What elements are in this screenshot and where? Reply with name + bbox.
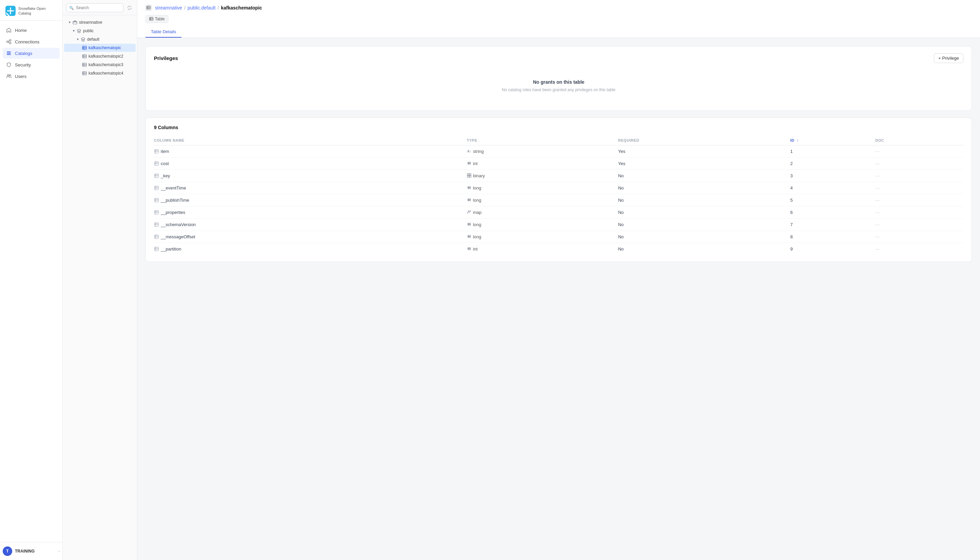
type-icon: [467, 198, 471, 203]
table-row: __eventTime long No 4 —: [154, 182, 963, 194]
sidebar-item-home[interactable]: Home: [3, 25, 60, 36]
col-header-id[interactable]: ID ↑: [790, 136, 875, 145]
col-doc-value: —: [875, 185, 880, 190]
sidebar-nav: Home Connections Catalogs Security Users: [0, 21, 62, 542]
tab-table-details[interactable]: Table Details: [145, 27, 182, 38]
svg-rect-2: [7, 10, 14, 12]
column-icon: [154, 198, 159, 203]
col-type-value: long: [473, 234, 481, 239]
type-icon: [467, 161, 471, 166]
column-icon: [154, 235, 159, 239]
add-privilege-button[interactable]: + Privilege: [934, 53, 963, 63]
svg-rect-10: [7, 52, 11, 52]
col-name-cell: _key: [154, 170, 467, 182]
connections-icon: [6, 39, 12, 44]
entity-type-label: Table: [155, 17, 165, 22]
tree-item-kafkaschematopic-label: kafkaschematopic: [88, 45, 133, 50]
col-doc-cell: —: [875, 207, 963, 218]
sidebar-item-home-label: Home: [15, 28, 27, 33]
col-type-value: long: [473, 198, 481, 203]
svg-line-8: [8, 41, 10, 42]
table-row: item A↑ string Yes 1 —: [154, 145, 963, 158]
col-header-name-label: COLUMN NAME: [154, 138, 184, 142]
refresh-button[interactable]: [125, 4, 134, 12]
search-input[interactable]: [76, 5, 120, 10]
col-id-cell: 6: [790, 207, 875, 218]
svg-rect-11: [7, 53, 11, 53]
breadcrumb-streamnative[interactable]: streamnative: [155, 5, 182, 10]
chevron-right-icon: ›: [58, 550, 60, 553]
tree-item-default[interactable]: ▼ default: [64, 35, 136, 43]
no-grants-desc: No catalog roles have been granted any p…: [161, 87, 957, 93]
column-icon: [154, 210, 159, 215]
column-icon: [154, 247, 159, 252]
col-type-cell: long: [467, 194, 618, 207]
table-row: __messageOffset long No 8 —: [154, 231, 963, 243]
sidebar-item-security[interactable]: Security: [3, 59, 60, 70]
col-id-cell: 7: [790, 218, 875, 231]
col-required-value: No: [618, 198, 624, 203]
col-doc-value: —: [875, 198, 880, 203]
breadcrumb-public-default[interactable]: public.default: [187, 5, 216, 10]
col-name-cell: item: [154, 145, 467, 158]
col-doc-cell: —: [875, 231, 963, 243]
breadcrumb: streamnative / public.default / kafkasch…: [145, 5, 972, 11]
col-required-cell: Yes: [618, 145, 790, 158]
sidebar-item-catalogs[interactable]: Catalogs: [3, 48, 60, 58]
tree-item-public-label: public: [83, 28, 133, 33]
col-doc-cell: —: [875, 158, 963, 170]
users-icon: [6, 73, 12, 79]
col-id-value: 2: [790, 161, 793, 166]
col-type-value: long: [473, 185, 481, 190]
col-required-value: No: [618, 234, 624, 239]
col-required-cell: No: [618, 194, 790, 207]
catalogs-icon: [6, 50, 12, 56]
col-required-value: No: [618, 222, 624, 227]
columns-table: COLUMN NAME TYPE REQUIRED ID ↑ DOC item: [154, 136, 963, 255]
tree-item-kafkaschematopic3[interactable]: kafkaschematopic3: [64, 61, 136, 69]
col-id-cell: 3: [790, 170, 875, 182]
table-icon: [82, 62, 87, 67]
chevron-down-icon: ▼: [72, 29, 76, 33]
tree-item-kafkaschematopic2[interactable]: kafkaschematopic2: [64, 52, 136, 60]
col-type-cell: map: [467, 207, 618, 218]
column-icon: [154, 162, 159, 166]
security-icon: [6, 62, 12, 67]
col-required-cell: No: [618, 207, 790, 218]
add-privilege-label: + Privilege: [938, 56, 959, 61]
tree-item-kafkaschematopic[interactable]: kafkaschematopic: [64, 44, 136, 52]
col-required-cell: Yes: [618, 158, 790, 170]
catalog-icon: [72, 20, 78, 25]
privileges-card: Privileges + Privilege No grants on this…: [145, 46, 972, 111]
col-type-cell: long: [467, 231, 618, 243]
columns-count-label: 9 Columns: [154, 125, 963, 130]
search-icon: 🔍: [69, 6, 74, 10]
tree-item-kafkaschematopic2-label: kafkaschematopic2: [88, 54, 133, 58]
svg-line-9: [8, 42, 10, 43]
col-id-value: 3: [790, 173, 793, 178]
col-name-value: __partition: [161, 247, 182, 252]
type-icon: [467, 210, 471, 215]
tree-item-public[interactable]: ▼ public: [64, 27, 136, 35]
sidebar-item-users[interactable]: Users: [3, 71, 60, 82]
column-icon: [154, 186, 159, 190]
sidebar: Snowflake Open Catalog Home Connections …: [0, 0, 63, 560]
sidebar-item-connections[interactable]: Connections: [3, 36, 60, 47]
col-header-doc-label: DOC: [875, 138, 884, 142]
tree-item-streamnative[interactable]: ▼ streamnative: [64, 18, 136, 27]
tree-item-kafkaschematopic4-label: kafkaschematopic4: [88, 71, 133, 76]
table-row: __publishTime long No 5 —: [154, 194, 963, 207]
tree-item-kafkaschematopic4[interactable]: kafkaschematopic4: [64, 69, 136, 77]
type-icon: [467, 222, 471, 227]
snowflake-logo-icon: [5, 5, 16, 16]
col-required-cell: No: [618, 182, 790, 194]
col-doc-value: —: [875, 234, 880, 239]
footer-org-label: TRAINING: [15, 549, 56, 553]
tree-search-area: 🔍: [63, 0, 137, 15]
svg-rect-15: [73, 22, 77, 24]
col-type-cell: int: [467, 158, 618, 170]
sidebar-footer[interactable]: T TRAINING ›: [0, 542, 62, 560]
svg-point-7: [10, 42, 11, 44]
columns-card: 9 Columns COLUMN NAME TYPE REQUIRED ID ↑…: [145, 118, 972, 262]
no-grants-title: No grants on this table: [161, 79, 957, 85]
